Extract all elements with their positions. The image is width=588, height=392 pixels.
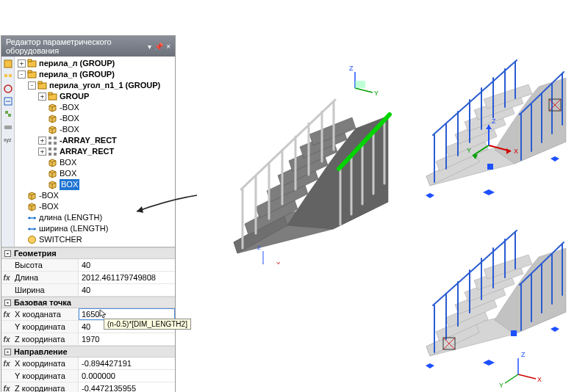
prop-dir-z-input[interactable] xyxy=(82,384,172,392)
tree-row[interactable]: +ARRAY_RECT xyxy=(18,146,173,157)
svg-point-3 xyxy=(4,85,12,92)
box-icon xyxy=(27,191,37,200)
box-icon xyxy=(48,103,57,112)
svg-text:xyz: xyz xyxy=(4,137,12,143)
collapse-icon[interactable]: - xyxy=(4,250,11,257)
tool-btn-4[interactable] xyxy=(2,95,14,107)
tree-row[interactable]: -перила_п (GROUP) xyxy=(18,69,173,80)
panel-dropdown-icon[interactable]: ▾ xyxy=(148,43,151,51)
tree-node-label: -BOX xyxy=(60,102,79,113)
fx-icon[interactable]: fx xyxy=(1,274,12,282)
prop-width-input[interactable] xyxy=(82,286,172,294)
tree-node-label: -ARRAY_RECT xyxy=(60,135,117,146)
object-tree[interactable]: +перила_л (GROUP)-перила_п (GROUP)-перил… xyxy=(15,57,175,247)
expander-icon[interactable]: + xyxy=(38,92,46,101)
panel-close-icon[interactable]: × xyxy=(166,43,171,51)
svg-rect-19 xyxy=(49,142,51,145)
3d-viewport-main[interactable]: Z Y Z X xyxy=(197,44,410,264)
tree-node-label: перила_п (GROUP) xyxy=(39,69,115,80)
prop-length-input[interactable] xyxy=(82,273,172,282)
tree-row[interactable]: BOX xyxy=(18,168,173,179)
box-icon xyxy=(48,180,57,189)
group-icon xyxy=(48,92,57,101)
dim-icon xyxy=(27,213,37,222)
tree-node-label: перила_л (GROUP) xyxy=(39,58,115,69)
tool-btn-5[interactable] xyxy=(2,108,14,120)
svg-text:Y: Y xyxy=(374,90,379,97)
panel-header[interactable]: Редактор параметрического оборудования ▾… xyxy=(1,36,175,57)
tree-row[interactable]: -BOX xyxy=(18,113,173,124)
tree-node-label: ARRAY_RECT xyxy=(60,146,114,157)
tree-row[interactable]: -BOX xyxy=(18,124,173,135)
svg-text:X: X xyxy=(514,148,518,155)
tree-node-label: -BOX xyxy=(60,124,79,135)
svg-line-91 xyxy=(518,374,536,379)
svg-rect-6 xyxy=(8,114,11,117)
box-icon xyxy=(48,114,57,123)
section-direction[interactable]: - Направление xyxy=(1,346,175,357)
panel-pin-icon[interactable]: 📌 xyxy=(154,43,163,51)
section-base-point[interactable]: - Базовая точка xyxy=(1,297,175,308)
tree-row[interactable]: +-ARRAY_RECT xyxy=(18,135,173,146)
expander-icon[interactable]: + xyxy=(18,59,26,68)
tree-row[interactable]: -перила_угол_п1_1 (GROUP) xyxy=(18,80,173,91)
tree-row[interactable]: длина (LENGTH) xyxy=(18,212,173,223)
prop-row-base-z: fx Z координата xyxy=(1,333,175,346)
prop-row-dir-z: fx Z координата xyxy=(1,382,175,392)
3d-viewport-alt-1[interactable]: X Y Z xyxy=(408,35,584,204)
sw-icon xyxy=(27,235,37,244)
svg-rect-20 xyxy=(54,142,57,145)
fx-icon[interactable]: fx xyxy=(1,335,12,344)
tree-node-label: BOX xyxy=(60,157,76,168)
tree-node-label: длина (LENGTH) xyxy=(39,212,102,223)
prop-row-dir-x: fx X координата xyxy=(1,357,175,370)
prop-row-base-x: fx X кооданата (n-0.5)*[DIM_LENGTH2] xyxy=(1,308,175,321)
prop-dir-y-input[interactable] xyxy=(82,371,172,380)
tree-row[interactable]: +перила_л (GROUP) xyxy=(18,58,173,69)
prop-row-dir-y: Y координата xyxy=(1,370,175,382)
expander-icon[interactable]: + xyxy=(38,148,46,156)
svg-text:Y: Y xyxy=(499,382,503,389)
tree-row[interactable]: SWITCHER xyxy=(18,234,173,245)
tree-row[interactable]: BOX xyxy=(18,157,173,168)
vertical-toolbar: xyz xyxy=(1,57,15,247)
tool-btn-1[interactable] xyxy=(2,58,14,70)
collapse-icon[interactable]: - xyxy=(4,300,11,306)
fx-icon[interactable]: fx xyxy=(1,385,12,393)
prop-base-x-input[interactable] xyxy=(82,310,172,319)
tree-row[interactable]: ширина (LENGTH) xyxy=(18,223,173,234)
tree-row[interactable]: -BOX xyxy=(18,201,173,212)
3d-viewport-alt-2[interactable]: X Y Z xyxy=(408,220,584,389)
tool-btn-6[interactable] xyxy=(2,120,14,132)
array-icon xyxy=(48,136,57,145)
tool-btn-2[interactable] xyxy=(2,70,14,82)
prop-base-z-input[interactable] xyxy=(82,335,172,344)
tree-row[interactable]: -BOX xyxy=(18,102,173,113)
section-geometry[interactable]: - Геометрия xyxy=(1,247,175,259)
formula-tooltip: (n-0.5)*[DIM_LENGTH2] xyxy=(104,319,191,330)
fx-icon[interactable]: fx xyxy=(1,311,12,319)
array-icon xyxy=(48,147,57,156)
fx-icon[interactable]: fx xyxy=(1,360,12,368)
expander-icon[interactable]: - xyxy=(28,81,36,90)
tree-row[interactable]: -BOX xyxy=(18,190,173,201)
svg-rect-21 xyxy=(49,148,51,150)
svg-line-30 xyxy=(355,88,373,92)
svg-text:Z: Z xyxy=(492,117,496,125)
expander-icon[interactable]: - xyxy=(18,70,26,79)
prop-dir-x-input[interactable] xyxy=(82,359,172,368)
box-icon xyxy=(48,169,57,178)
svg-text:X: X xyxy=(276,261,281,264)
svg-line-93 xyxy=(505,374,518,383)
svg-rect-90 xyxy=(511,330,517,336)
tool-btn-3[interactable] xyxy=(2,83,14,95)
tree-row[interactable]: BOX xyxy=(18,179,173,190)
collapse-icon[interactable]: - xyxy=(4,349,11,355)
tree-node-label: GROUP xyxy=(60,91,89,102)
tree-node-label: ширина (LENGTH) xyxy=(39,223,108,234)
svg-rect-18 xyxy=(54,137,57,139)
tool-btn-7[interactable]: xyz xyxy=(2,133,14,145)
tree-row[interactable]: +GROUP xyxy=(18,91,173,102)
prop-height-input[interactable] xyxy=(82,261,172,269)
expander-icon[interactable]: + xyxy=(38,137,46,145)
